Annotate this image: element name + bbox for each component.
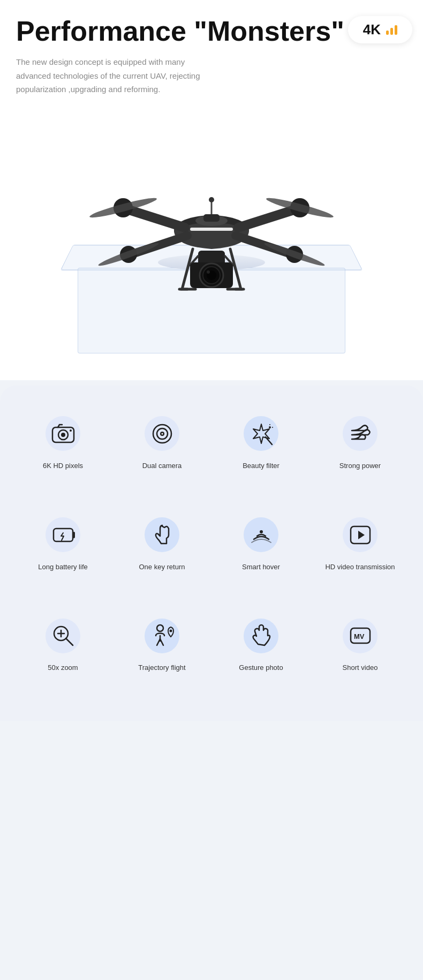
touch-icon (148, 521, 176, 549)
feature-long-battery: Long battery life (16, 508, 110, 577)
feature-icon-wrapper-gesture (240, 614, 283, 657)
zoom-icon (49, 622, 77, 650)
svg-point-8 (263, 240, 326, 268)
feature-label-zoom: 50x zoom (48, 664, 78, 673)
beauty-filter-icon (247, 420, 275, 448)
signal-bars-icon (386, 25, 397, 35)
feature-short-video: MV Short video (313, 609, 407, 678)
feature-icon-wrapper-battery (42, 514, 85, 556)
feature-icon-wrapper-zoom (42, 614, 85, 657)
svg-text:MV: MV (354, 632, 365, 640)
svg-point-7 (97, 240, 160, 268)
svg-rect-19 (203, 214, 220, 222)
gesture-icon (247, 622, 275, 650)
feature-label-beauty: Beauty filter (243, 462, 280, 471)
feature-strong-power: Strong power (313, 407, 407, 476)
feature-icon-wrapper-mv: MV (339, 614, 382, 657)
feature-6k-hd-pixels: 6K HD pixels (16, 407, 110, 476)
camera-icon (49, 420, 77, 448)
trajectory-icon (148, 622, 176, 650)
feature-label-trajectory: Trajectory flight (138, 664, 185, 673)
svg-point-29 (161, 433, 163, 434)
svg-point-36 (260, 530, 263, 533)
feature-smart-hover: Smart hover (214, 508, 308, 577)
feature-trajectory-flight: Trajectory flight (115, 609, 209, 678)
feature-icon-wrapper-trajectory (141, 614, 184, 657)
svg-point-31 (269, 426, 271, 428)
feature-icon-wrapper-camera (42, 412, 85, 455)
feature-one-key-return: One key return (115, 508, 209, 577)
features-row-1: 6K HD pixels Dual camera (16, 407, 407, 476)
svg-rect-34 (54, 529, 73, 541)
svg-line-44 (157, 639, 160, 645)
drone-image (62, 107, 361, 305)
resolution-badge: 4K (348, 16, 412, 43)
feature-label-dual-camera: Dual camera (142, 462, 182, 471)
svg-line-45 (160, 639, 163, 645)
drone-image-section (0, 96, 423, 380)
feature-icon-wrapper-wind (339, 412, 382, 455)
subtitle-text: The new design concept is equipped with … (16, 55, 220, 96)
feature-label-battery: Long battery life (38, 563, 88, 572)
svg-line-39 (66, 638, 73, 645)
svg-point-25 (70, 429, 72, 432)
feature-label-6k: 6K HD pixels (43, 462, 83, 471)
feature-icon-wrapper-play (339, 514, 382, 556)
svg-point-15 (207, 270, 210, 274)
feature-label-one-key-return: One key return (139, 563, 185, 572)
svg-rect-9 (190, 228, 233, 231)
drone-placeholder (51, 107, 372, 364)
battery-icon (49, 521, 77, 549)
svg-point-24 (61, 433, 65, 437)
feature-icon-wrapper-dual-camera (141, 412, 184, 455)
feature-label-gesture: Gesture photo (239, 664, 283, 673)
feature-gesture-photo: Gesture photo (214, 609, 308, 678)
resolution-text: 4K (363, 21, 381, 38)
play-icon (346, 521, 374, 549)
feature-label-strong-power: Strong power (339, 462, 381, 471)
feature-beauty-filter: Beauty filter (214, 407, 308, 476)
feature-label-short-video: Short video (343, 664, 378, 673)
feature-label-hd-video: HD video transmission (325, 563, 395, 572)
feature-icon-wrapper-hover (240, 514, 283, 556)
dual-camera-icon (148, 420, 176, 448)
wind-icon (346, 420, 374, 448)
feature-hd-video: HD video transmission (313, 508, 407, 577)
header-section: Performance "Monsters" The new design co… (0, 0, 423, 96)
hover-icon (247, 521, 275, 549)
svg-rect-35 (73, 532, 75, 538)
feature-label-smart-hover: Smart hover (242, 563, 280, 572)
features-row-2: Long battery life One key return (16, 508, 407, 577)
svg-point-21 (209, 197, 214, 202)
features-row-3: 50x zoom Trajectory flight (16, 609, 407, 678)
features-section: 6K HD pixels Dual camera (0, 386, 423, 721)
svg-point-42 (157, 625, 163, 631)
feature-icon-wrapper-beauty (240, 412, 283, 455)
feature-icon-wrapper-touch (141, 514, 184, 556)
feature-50x-zoom: 50x zoom (16, 609, 110, 678)
mv-icon: MV (346, 622, 374, 650)
svg-point-46 (169, 630, 172, 632)
feature-dual-camera: Dual camera (115, 407, 209, 476)
